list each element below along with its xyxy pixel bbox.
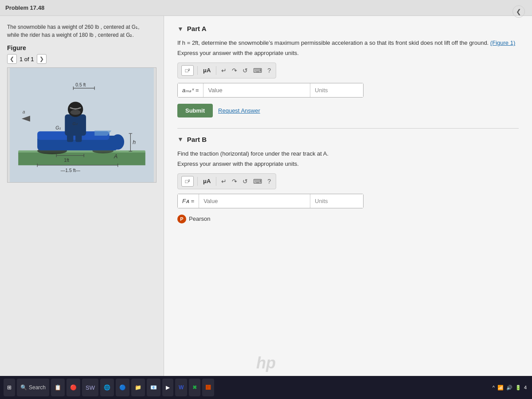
- search-label: Search: [29, 384, 46, 391]
- keyboard-icon-b[interactable]: ⌨: [252, 178, 263, 185]
- system-tray: ^ 📶 🔊 🔋 4: [493, 385, 527, 391]
- search-icon: 🔍: [20, 384, 27, 391]
- part-a-title: Part A: [187, 25, 207, 32]
- word-icon: W: [179, 384, 184, 391]
- part-a-collapse[interactable]: ▼: [177, 25, 184, 32]
- redo-icon-a[interactable]: ↷: [231, 67, 239, 74]
- taskbar-files[interactable]: 📁: [131, 379, 145, 396]
- part-b-answer-label: Fᴀ =: [178, 194, 199, 208]
- part-a-answer-label: aₘₐˣ =: [178, 83, 203, 97]
- separator-4: [216, 177, 216, 186]
- separator-3: [197, 177, 198, 186]
- search-bar[interactable]: 🔍 Search: [17, 379, 49, 396]
- refresh-icon-b[interactable]: ↺: [241, 178, 249, 185]
- svg-text:—1.5 ft—: —1.5 ft—: [61, 168, 81, 173]
- keyboard-icon-a[interactable]: ⌨: [252, 67, 263, 74]
- figure-prev-button[interactable]: ❮: [7, 54, 17, 64]
- left-panel: The snowmobile has a weight of 260 lb , …: [0, 16, 164, 376]
- network-icon[interactable]: 📶: [497, 385, 504, 391]
- taskbar-media[interactable]: ▶: [162, 379, 173, 396]
- taskbar-snap[interactable]: 📋: [51, 379, 65, 396]
- part-a-actions: Submit Request Answer: [177, 104, 519, 117]
- part-b-question: Find the traction (horizontal) force und…: [177, 149, 519, 159]
- figure-area: G₁ G₂ a 0.5 ft h: [7, 67, 156, 183]
- part-a-value-input[interactable]: [203, 83, 310, 97]
- volume-icon[interactable]: 🔊: [506, 385, 512, 391]
- sw-icon: SW: [86, 384, 95, 391]
- svg-text:h: h: [133, 139, 136, 145]
- request-answer-link-a[interactable]: Request Answer: [218, 107, 260, 114]
- format-button-a[interactable]: □²: [181, 65, 194, 76]
- problem-description: The snowmobile has a weight of 260 lb , …: [7, 23, 156, 39]
- taskbar-edge[interactable]: 🔵: [116, 379, 129, 396]
- taskbar-word[interactable]: W: [175, 379, 187, 396]
- part-b-toolbar: □² μA ↵ ↷ ↺ ⌨ ?: [177, 173, 276, 189]
- part-b-collapse[interactable]: ▼: [177, 136, 184, 143]
- pearson-area: P Pearson: [177, 215, 519, 223]
- figure-link[interactable]: (Figure 1): [490, 39, 515, 46]
- mail-icon: 📧: [150, 384, 157, 391]
- undo-icon-a[interactable]: ↵: [220, 67, 228, 74]
- svg-text:G₁: G₁: [55, 125, 61, 130]
- windows-icon: ⊞: [7, 384, 12, 391]
- battery-icon[interactable]: 🔋: [515, 385, 521, 391]
- svg-text:G₂: G₂: [72, 121, 78, 126]
- excel-icon: ✖: [192, 384, 197, 391]
- taskbar-pearson-app[interactable]: 🅿: [202, 379, 214, 396]
- part-b-header: ▼ Part B: [177, 136, 519, 143]
- record-icon: 🔴: [70, 384, 77, 391]
- separator-2: [216, 66, 216, 75]
- help-icon-b[interactable]: ?: [266, 178, 272, 185]
- part-a-header: ▼ Part A: [177, 25, 519, 32]
- mu-label-b: μA: [201, 178, 212, 184]
- pearson-logo: P: [177, 215, 186, 223]
- taskbar-excel[interactable]: ✖: [189, 379, 200, 396]
- snap-icon: 📋: [55, 384, 61, 391]
- help-icon-a[interactable]: ?: [266, 67, 272, 74]
- part-b-value-input[interactable]: [199, 194, 310, 208]
- top-bar: Problem 17.48 ❮: [0, 0, 532, 16]
- part-b-express: Express your answer with the appropriate…: [177, 160, 519, 167]
- pearson-app-icon: 🅿: [206, 385, 211, 390]
- taskbar-browser[interactable]: 🌐: [100, 379, 114, 396]
- tray-up-arrow[interactable]: ^: [493, 385, 495, 390]
- part-b-section: ▼ Part B Find the traction (horizontal) …: [177, 136, 519, 223]
- part-b-answer-row: Fᴀ = Units: [177, 194, 364, 208]
- taskbar-screen-record[interactable]: 🔴: [66, 379, 80, 396]
- part-a-answer-row: aₘₐˣ = Units: [177, 83, 364, 98]
- part-a-question: If h = 2ft, determine the snowmobile’s m…: [177, 39, 519, 48]
- svg-text:A: A: [113, 153, 117, 160]
- svg-point-13: [70, 110, 81, 115]
- description-line1: The snowmobile has a weight of 260 lb , …: [7, 24, 140, 30]
- nav-right-button[interactable]: ❮: [512, 5, 525, 18]
- browser-icon: 🌐: [104, 384, 110, 391]
- start-button[interactable]: ⊞: [4, 379, 15, 396]
- part-a-section: ▼ Part A If h = 2ft, determine the snowm…: [177, 25, 519, 117]
- refresh-icon-a[interactable]: ↺: [241, 67, 249, 74]
- pearson-label: Pearson: [189, 215, 210, 222]
- figure-nav: ❮ 1 of 1 ❯: [7, 54, 156, 64]
- part-a-units-box[interactable]: Units: [310, 83, 363, 97]
- taskbar-sw[interactable]: SW: [82, 379, 98, 396]
- figure-next-button[interactable]: ❯: [37, 54, 47, 64]
- svg-text:1ft: 1ft: [64, 157, 69, 163]
- redo-icon-b[interactable]: ↷: [231, 178, 239, 185]
- svg-rect-2: [18, 153, 145, 165]
- figure-page: 1 of 1: [20, 56, 34, 63]
- hp-logo: hp: [256, 354, 276, 372]
- svg-text:a: a: [23, 109, 25, 114]
- mu-label-a: μA: [201, 67, 212, 74]
- media-icon: ▶: [166, 384, 170, 391]
- section-divider: [177, 128, 519, 129]
- edge-icon: 🔵: [119, 384, 126, 391]
- part-b-units-box[interactable]: Units: [310, 194, 363, 208]
- format-button-b[interactable]: □²: [181, 176, 194, 187]
- part-b-title: Part B: [187, 136, 207, 143]
- undo-icon-b[interactable]: ↵: [220, 178, 228, 185]
- submit-button-a[interactable]: Submit: [177, 104, 213, 117]
- taskbar-mail[interactable]: 📧: [147, 379, 160, 396]
- problem-number: Problem 17.48: [5, 4, 44, 11]
- separator-1: [197, 66, 198, 75]
- files-icon: 📁: [135, 384, 141, 391]
- figure-label: Figure: [7, 44, 156, 51]
